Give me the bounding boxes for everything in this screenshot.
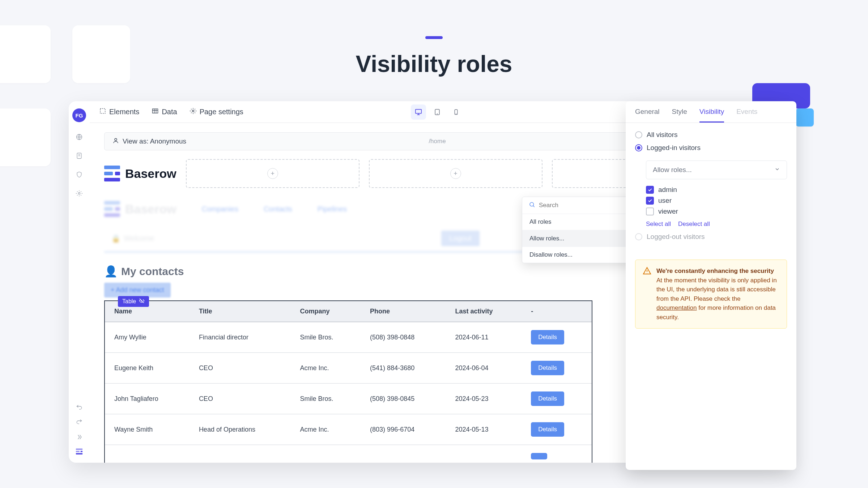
empty-slot[interactable]: +: [369, 159, 542, 188]
table-icon: [152, 107, 159, 116]
plus-icon: +: [450, 168, 461, 179]
path-label: /home: [429, 138, 446, 145]
undo-icon[interactable]: [75, 404, 83, 412]
bg-decor: [72, 25, 130, 83]
radio-logged-out[interactable]: Logged-out visitors: [635, 233, 787, 241]
table-row: John TagliaferoCEOSmile Bros.(508) 398-0…: [105, 384, 592, 414]
details-button[interactable]: Details: [531, 361, 564, 375]
shield-icon[interactable]: [75, 171, 83, 179]
radio-logged-in[interactable]: Logged-in visitors: [635, 144, 787, 152]
svg-rect-8: [153, 109, 158, 113]
tab-events[interactable]: Events: [736, 108, 757, 123]
cell: Acme Inc.: [291, 414, 361, 445]
elements-button[interactable]: Elements: [99, 107, 139, 116]
tab-style[interactable]: Style: [672, 108, 687, 123]
cell: 2024-06-11: [446, 322, 522, 353]
svg-rect-3: [76, 449, 82, 450]
add-contact-button[interactable]: + Add new contact: [104, 283, 171, 297]
tab-visibility[interactable]: Visibility: [699, 108, 724, 123]
app-frame: FG Elements Data Page setti: [69, 101, 785, 463]
data-button[interactable]: Data: [152, 107, 177, 116]
user-icon: [112, 137, 119, 146]
svg-rect-4: [76, 451, 80, 452]
desktop-device-button[interactable]: [411, 104, 426, 120]
plus-icon: +: [267, 168, 278, 179]
empty-slot[interactable]: +: [186, 159, 359, 188]
svg-rect-10: [416, 109, 422, 113]
roles-dropdown[interactable]: Allow roles...: [646, 160, 787, 179]
logo-icon[interactable]: [75, 448, 83, 455]
view-as-label: View as: Anonymous: [123, 137, 186, 145]
column-header: -: [522, 301, 592, 322]
eye-off-icon: [139, 298, 145, 305]
column-header: Last activity: [446, 301, 522, 322]
svg-rect-5: [81, 451, 83, 452]
brand: Baserow: [104, 166, 176, 181]
checkbox-icon: [646, 186, 654, 194]
data-label: Data: [162, 108, 177, 116]
select-all-link[interactable]: Select all: [646, 221, 671, 228]
column-header: Phone: [361, 301, 446, 322]
accent-bar: [425, 36, 443, 39]
radio-icon: [635, 131, 642, 138]
page-settings-label: Page settings: [200, 108, 243, 116]
gear-icon[interactable]: [75, 189, 83, 197]
table-row: Wayne SmithHead of OperationsAcme Inc.(8…: [105, 414, 592, 445]
table-badge[interactable]: Table: [118, 296, 149, 307]
mobile-device-button[interactable]: [448, 104, 464, 120]
svg-point-15: [115, 138, 117, 141]
page-icon[interactable]: [75, 152, 83, 160]
cell: 2024-05-23: [446, 384, 522, 414]
table-row: Amy WyllieFinancial directorSmile Bros.(…: [105, 322, 592, 353]
table-row: [105, 445, 592, 463]
cell: Smile Bros.: [291, 384, 361, 414]
cell: Smile Bros.: [291, 322, 361, 353]
deselect-all-link[interactable]: Deselect all: [678, 221, 710, 228]
details-button[interactable]: [531, 453, 547, 459]
inspector-panel: GeneralStyleVisibilityEvents All visitor…: [626, 101, 796, 470]
elements-icon: [99, 107, 106, 116]
details-button[interactable]: Details: [531, 330, 564, 344]
globe-icon[interactable]: [75, 133, 83, 141]
tablet-device-button[interactable]: [430, 104, 445, 120]
expand-icon[interactable]: [75, 433, 83, 441]
cell: Amy Wyllie: [105, 322, 190, 353]
cell: (803) 996-6704: [361, 414, 446, 445]
page-title: Visibility roles: [356, 51, 512, 77]
details-button[interactable]: Details: [531, 391, 564, 406]
brand-logo-icon: [104, 166, 120, 181]
bg-decor: [0, 108, 51, 166]
redo-icon[interactable]: [75, 419, 83, 427]
cell: (541) 884-3680: [361, 353, 446, 384]
svg-rect-6: [76, 453, 82, 455]
column-header: Title: [190, 301, 291, 322]
checkbox-icon: [646, 197, 654, 205]
cell: 2024-05-13: [446, 414, 522, 445]
avatar[interactable]: FG: [72, 108, 86, 122]
brand-name: Baserow: [125, 167, 176, 181]
cell: CEO: [190, 384, 291, 414]
chevron-down-icon: [774, 166, 780, 174]
tab-general[interactable]: General: [635, 108, 660, 123]
cell: Wayne Smith: [105, 414, 190, 445]
documentation-link[interactable]: documentation: [656, 304, 697, 311]
role-checkbox-row[interactable]: user: [646, 197, 787, 205]
checkbox-icon: [646, 207, 654, 215]
details-button[interactable]: Details: [531, 422, 564, 437]
cell: (508) 398-0845: [361, 384, 446, 414]
role-checkbox-row[interactable]: admin: [646, 186, 787, 194]
svg-point-9: [192, 110, 194, 112]
svg-point-14: [456, 114, 456, 114]
page-settings-button[interactable]: Page settings: [190, 107, 243, 116]
column-header: Company: [291, 301, 361, 322]
radio-all-visitors[interactable]: All visitors: [635, 131, 787, 139]
svg-rect-7: [100, 108, 105, 113]
cell: Head of Operations: [190, 414, 291, 445]
bg-decor: [796, 108, 814, 127]
svg-point-2: [78, 193, 80, 194]
cell: CEO: [190, 353, 291, 384]
table-row: Eugene KeithCEOAcme Inc.(541) 884-368020…: [105, 353, 592, 384]
cell: (508) 398-0848: [361, 322, 446, 353]
cell: Financial director: [190, 322, 291, 353]
role-checkbox-row[interactable]: viewer: [646, 207, 787, 215]
